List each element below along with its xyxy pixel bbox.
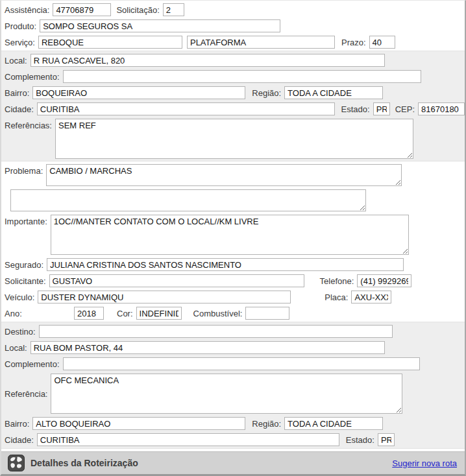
row-produto: Produto: — [1, 18, 465, 34]
problema-textarea[interactable]: CAMBIO / MARCHAS — [46, 164, 402, 186]
problema-extra-textarea[interactable] — [10, 189, 366, 211]
servico-label: Serviço: — [5, 38, 35, 47]
cor-label: Cor: — [117, 309, 133, 318]
placa-input[interactable] — [351, 291, 391, 303]
dest-estado-input[interactable] — [378, 433, 395, 446]
row-origin-complemento: Complemento: — [1, 68, 465, 84]
suggest-new-route-link[interactable]: Sugerir nova rota — [392, 458, 457, 468]
routing-details-title: Detalhes da Roteirização — [31, 458, 138, 468]
section-origin-address: Local: Complemento: Bairro: Região: Cida… — [1, 51, 465, 161]
dest-cidade-input[interactable] — [37, 433, 339, 446]
row-origin-referencias: Referências: SEM REF — [1, 117, 465, 160]
row-dest-complemento: Complemento: — [1, 355, 465, 372]
row-importante: Importante: 1OC//MANTER CONTATO COM O LO… — [1, 213, 465, 256]
row-problema-extra — [1, 187, 465, 213]
origin-local-label: Local: — [5, 56, 27, 65]
row-assistencia: Assistência: Solicitação: — [1, 1, 465, 18]
destino-label: Destino: — [5, 327, 36, 337]
veiculo-label: Veículo: — [5, 292, 34, 302]
globe-icon — [8, 455, 25, 471]
solicitante-label: Solicitante: — [5, 276, 46, 286]
row-dest-local: Local: — [1, 339, 465, 355]
combustivel-input[interactable] — [245, 307, 289, 320]
veiculo-input[interactable] — [38, 291, 291, 303]
row-problema: Problema: CAMBIO / MARCHAS — [1, 162, 465, 187]
placa-label: Placa: — [325, 292, 348, 302]
ano-input[interactable] — [74, 307, 104, 320]
solicitante-input[interactable] — [49, 274, 304, 287]
dest-referencia-label: Referência: — [5, 389, 47, 399]
telefone-label: Telefone: — [320, 276, 354, 286]
row-origin-cidade: Cidade: Estado: CEP: — [1, 101, 465, 117]
row-solicitante: Solicitante: Telefone: — [1, 272, 465, 289]
origin-cidade-input[interactable] — [37, 102, 335, 115]
solicitacao-label: Solicitação: — [116, 5, 159, 15]
row-ano: Ano: Cor: Combustível: — [1, 305, 465, 321]
problema-label: Problema: — [5, 164, 43, 176]
routing-footer-bar: Detalhes da Roteirização Sugerir nova ro… — [1, 451, 465, 474]
origin-cidade-label: Cidade: — [5, 104, 34, 114]
origin-local-input[interactable] — [31, 54, 385, 67]
row-dest-bairro: Bairro: Região: — [1, 415, 465, 431]
origin-bairro-label: Bairro: — [5, 88, 29, 98]
dest-bairro-input[interactable] — [32, 417, 245, 430]
dest-referencia-textarea[interactable]: OFC MECANICA — [51, 374, 402, 414]
section-destination: Destino: Local: Complemento: Referência:… — [1, 322, 465, 449]
row-origin-local: Local: — [1, 52, 465, 68]
origin-regiao-input[interactable] — [284, 86, 383, 99]
servico-input[interactable] — [38, 36, 182, 49]
ano-label: Ano: — [5, 309, 72, 318]
cor-input[interactable] — [136, 307, 182, 320]
prazo-input[interactable] — [369, 36, 395, 49]
importante-label: Importante: — [5, 215, 47, 226]
assistencia-label: Assistência: — [5, 5, 49, 15]
importante-textarea[interactable]: 1OC//MANTER CONTATO COM O LOCAL//KM LIVR… — [51, 215, 409, 255]
segurado-label: Segurado: — [5, 260, 43, 270]
origin-estado-input[interactable] — [373, 102, 390, 115]
assistencia-input[interactable] — [53, 3, 111, 16]
dest-complemento-input[interactable] — [63, 357, 420, 370]
row-dest-cidade: Cidade: Estado: — [1, 431, 465, 447]
solicitacao-input[interactable] — [163, 3, 184, 16]
origin-referencias-textarea[interactable]: SEM REF — [55, 119, 413, 159]
dest-cidade-label: Cidade: — [5, 435, 34, 445]
origin-cep-label: CEP: — [395, 104, 415, 114]
row-destino: Destino: — [1, 323, 465, 339]
telefone-input[interactable] — [357, 274, 411, 287]
dest-local-input[interactable] — [31, 341, 385, 354]
dest-regiao-input[interactable] — [284, 417, 383, 430]
produto-input[interactable] — [40, 19, 280, 32]
origin-complemento-label: Complemento: — [5, 72, 60, 82]
assistance-detail-panel: Assistência: Solicitação: Produto: Servi… — [0, 0, 466, 476]
origin-bairro-input[interactable] — [32, 86, 245, 99]
origin-referencias-label: Referências: — [5, 119, 52, 130]
combustivel-label: Combustível: — [193, 309, 243, 318]
origin-regiao-label: Região: — [252, 88, 281, 98]
row-segurado: Segurado: — [1, 256, 465, 272]
section-header: Assistência: Solicitação: Produto: Servi… — [1, 1, 465, 51]
origin-complemento-input[interactable] — [63, 70, 421, 83]
dest-estado-label: Estado: — [346, 435, 374, 445]
produto-label: Produto: — [5, 21, 36, 31]
origin-estado-label: Estado: — [341, 104, 370, 114]
row-veiculo: Veículo: Placa: — [1, 289, 465, 305]
row-servico: Serviço: Prazo: — [1, 34, 465, 50]
destino-input[interactable] — [39, 325, 393, 338]
dest-local-label: Local: — [5, 343, 27, 353]
servico-secondary-input[interactable] — [187, 36, 335, 49]
origin-cep-input[interactable] — [418, 102, 465, 115]
segurado-input[interactable] — [47, 258, 404, 271]
dest-complemento-label: Complemento: — [5, 359, 60, 369]
prazo-label: Prazo: — [341, 38, 366, 47]
row-dest-referencia: Referência: OFC MECANICA — [1, 372, 465, 415]
dest-bairro-label: Bairro: — [5, 419, 29, 429]
dest-regiao-label: Região: — [252, 419, 281, 429]
section-occurrence: Problema: CAMBIO / MARCHAS Importante: 1… — [1, 161, 465, 322]
row-origin-bairro: Bairro: Região: — [1, 84, 465, 101]
